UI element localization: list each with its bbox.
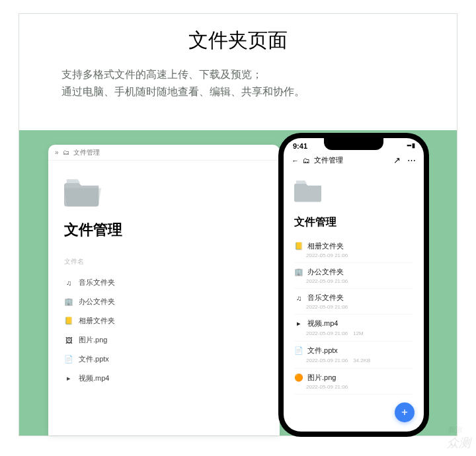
file-icon: 📒	[294, 242, 303, 251]
page-subtitle: 支持多格式文件的高速上传、下载及预览； 通过电脑、手机随时随地查看、编辑、共享和…	[61, 66, 457, 100]
sub-line2: 通过电脑、手机随时随地查看、编辑、共享和协作。	[61, 83, 457, 100]
folder-large-icon	[294, 178, 323, 202]
file-icon: 📄	[294, 346, 303, 356]
folder-large-icon	[64, 176, 101, 207]
list-item[interactable]: ▸视频.mp4	[64, 369, 264, 388]
signal-icon: ▪▪▪ ▮	[407, 142, 415, 150]
file-icon: 📄	[64, 355, 73, 364]
file-icon: ♫	[64, 278, 73, 287]
file-icon: 🏢	[294, 268, 303, 277]
list-item[interactable]: 🏢办公文件夹	[64, 292, 264, 311]
file-icon: ♫	[294, 293, 303, 303]
list-item[interactable]: 🏢办公文件夹2022-05-09 21:06	[294, 263, 413, 289]
phone-heading: 文件管理	[294, 215, 413, 229]
breadcrumb[interactable]: 文件管理	[314, 155, 343, 165]
back-icon[interactable]: ←	[292, 157, 299, 165]
file-icon: 📒	[64, 317, 73, 326]
status-time: 9:41	[293, 142, 307, 150]
file-list: ♫音乐文件夹🏢办公文件夹📒相册文件夹🖼图片.png📄文件.pptx▸视频.mp4	[64, 273, 264, 388]
file-name: 文件.pptx	[79, 354, 109, 364]
file-name: 办公文件夹	[307, 267, 344, 277]
phone-mockup: 9:41 ▪▪▪ ▮ ← 🗂 文件管理 ↗ ⋯	[278, 133, 429, 437]
file-meta: 2022-05-09 21:06 12M	[306, 330, 413, 337]
list-item[interactable]: ♫音乐文件夹2022-05-09 21:06	[294, 289, 413, 315]
sub-line1: 支持多格式文件的高速上传、下载及预览；	[61, 66, 457, 83]
list-item[interactable]: ♫音乐文件夹	[64, 273, 264, 292]
page-title: 文件夹页面	[19, 27, 457, 54]
file-name: 视频.mp4	[79, 373, 109, 383]
list-item[interactable]: ▸视频.mp42022-05-09 21:06 12M	[294, 315, 413, 342]
watermark-sub: 众测	[447, 435, 471, 451]
more-icon[interactable]: ⋯	[407, 155, 416, 165]
breadcrumb[interactable]: 文件管理	[73, 148, 100, 157]
phone-screen: 9:41 ▪▪▪ ▮ ← 🗂 文件管理 ↗ ⋯	[284, 138, 424, 432]
file-icon: 🏢	[64, 297, 73, 307]
phone-notch	[324, 138, 383, 150]
file-meta: 2022-05-09 21:06	[306, 384, 413, 390]
file-name: 音乐文件夹	[307, 293, 344, 303]
mockup-area: » 🗂 文件管理 文件管理 文件名 ♫音乐文件夹🏢办公文件夹📒相册文件夹🖼图片.…	[19, 130, 457, 436]
watermark-brand: 新浪	[448, 425, 463, 435]
list-item[interactable]: 📄文件.pptx2022-05-09 21:06 34.2KB	[294, 342, 413, 369]
phone-body: 文件管理 📒相册文件夹2022-05-09 21:06🏢办公文件夹2022-05…	[284, 171, 424, 395]
file-icon: ▸	[294, 319, 303, 328]
file-name: 办公文件夹	[79, 297, 115, 307]
desktop-mockup: » 🗂 文件管理 文件管理 文件名 ♫音乐文件夹🏢办公文件夹📒相册文件夹🖼图片.…	[48, 145, 280, 436]
file-name: 文件.pptx	[307, 346, 338, 356]
add-button[interactable]: +	[395, 402, 415, 422]
phone-navbar: ← 🗂 文件管理 ↗ ⋯	[284, 150, 424, 171]
file-meta: 2022-05-09 21:06	[306, 252, 413, 258]
file-icon: 🖼	[64, 336, 73, 345]
file-list: 📒相册文件夹2022-05-09 21:06🏢办公文件夹2022-05-09 2…	[294, 237, 413, 395]
file-meta: 2022-05-09 21:06 34.2KB	[306, 357, 413, 364]
column-header: 文件名	[64, 257, 264, 266]
list-item[interactable]: 🟠图片.png2022-05-09 21:06	[294, 369, 413, 395]
share-icon[interactable]: ↗	[393, 155, 401, 165]
folder-icon: 🗂	[303, 157, 310, 165]
list-item[interactable]: 📄文件.pptx	[64, 350, 264, 369]
breadcrumb-chevron-icon: »	[55, 149, 59, 156]
desktop-body: 文件管理 文件名 ♫音乐文件夹🏢办公文件夹📒相册文件夹🖼图片.png📄文件.pp…	[48, 161, 280, 388]
file-name: 图片.png	[79, 335, 107, 345]
list-item[interactable]: 🖼图片.png	[64, 330, 264, 350]
folder-icon: 🗂	[63, 149, 69, 156]
file-name: 相册文件夹	[79, 316, 115, 326]
file-name: 视频.mp4	[307, 319, 338, 328]
file-name: 音乐文件夹	[79, 278, 115, 287]
desktop-heading: 文件管理	[64, 220, 264, 240]
desktop-toolbar: » 🗂 文件管理	[48, 145, 280, 161]
promo-card: 文件夹页面 支持多格式文件的高速上传、下载及预览； 通过电脑、手机随时随地查看、…	[19, 13, 457, 436]
file-meta: 2022-05-09 21:06	[306, 278, 413, 284]
file-icon: ▸	[64, 374, 73, 383]
list-item[interactable]: 📒相册文件夹2022-05-09 21:06	[294, 237, 413, 263]
list-item[interactable]: 📒相册文件夹	[64, 311, 264, 330]
file-meta: 2022-05-09 21:06	[306, 304, 413, 310]
file-name: 图片.png	[307, 373, 336, 383]
file-icon: 🟠	[294, 373, 303, 383]
file-name: 相册文件夹	[307, 241, 344, 251]
